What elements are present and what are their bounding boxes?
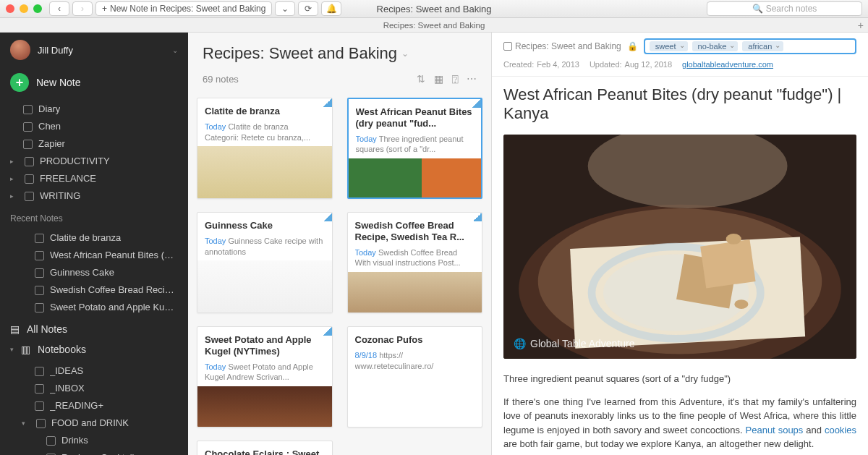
view-button[interactable]: ▦ [434,73,443,85]
search-placeholder: Search notes [766,4,817,14]
recent-note-item[interactable]: West African Peanut Bites (dry peanut ".… [0,247,188,264]
tab-bar: Recipes: Sweet and Baking + [0,18,868,33]
note-list-header: Recipes: Sweet and Baking ⌄ [188,33,491,69]
shortcut-freelance[interactable]: ▸FREELANCE [0,170,188,187]
notebooks-icon: ▥ [21,344,30,355]
note-icon [35,268,44,278]
search-icon: 🔍 [752,4,763,14]
note-icon [35,234,44,243]
new-note-label: New Note [36,77,80,88]
card-title: West African Peanut Bites (dry peanut "f… [356,106,475,129]
recent-notes-header: Recent Notes [0,208,188,226]
card-snippet: Today Clatite de branza Categorii: Retet… [205,122,325,142]
notebook-icon [25,157,34,166]
recent-note-item[interactable]: Guinness Cake [0,264,188,281]
notebook-cocktails[interactable]: Recipes: Cocktails [0,449,188,455]
note-title[interactable]: West African Peanut Bites (dry peanut "f… [492,77,868,129]
sidebar: Jill Duffy ⌄ + New Note Diary Chen Zapie… [0,33,188,455]
card-title: Guinness Cake [205,220,325,231]
note-icon [23,122,33,132]
new-tab-button[interactable]: + [858,20,864,31]
tags-field[interactable]: sweet no-bake african [644,38,856,54]
user-name: Jill Duffy [38,45,73,56]
search-input[interactable]: 🔍 Search notes [707,1,862,16]
notebook-reading[interactable]: _READING+ [0,397,188,414]
note-card[interactable]: Clatite de branzaToday Clatite de branza… [197,98,333,199]
chevron-right-icon: ▸ [10,190,17,203]
corner-badge [323,327,332,336]
svg-point-9 [734,299,748,309]
note-paragraph: If there's one thing I've learned from t… [503,395,856,451]
note-card[interactable]: Cozonac Pufos8/9/18 https:// www.retetec… [347,326,483,428]
note-body[interactable]: 🌐 Global Table Adventure Three ingredien… [492,129,868,455]
notes-icon: ▤ [10,323,20,335]
notebook-food[interactable]: ▾FOOD and DRINK [0,414,188,432]
notebook-icon [35,384,44,394]
notebook-inbox[interactable]: _INBOX [0,380,188,397]
maximize-window-button[interactable] [33,4,42,13]
minimize-window-button[interactable] [20,4,28,13]
note-card[interactable]: West African Peanut Bites (dry peanut "f… [347,98,483,199]
close-window-button[interactable] [6,4,14,13]
notifications-button[interactable]: 🔔 [321,1,341,16]
card-snippet: Today Swedish Coffee Bread With visual i… [355,247,475,268]
corner-badge [323,98,332,107]
recent-note-item[interactable]: Clatite de branza [0,229,188,247]
tag[interactable]: no-bake [692,41,739,51]
link[interactable]: cookies [825,425,856,435]
shortcut-diary[interactable]: Diary [0,101,188,118]
notebook-drinks[interactable]: Drinks [0,432,188,449]
card-thumbnail [197,146,332,198]
shortcut-productivity[interactable]: ▸PRODUCTIVITY [0,153,188,170]
card-snippet: Today Guinness Cake recipe with annotati… [205,236,325,256]
notebook-icon [25,174,34,184]
recent-note-item[interactable]: Sweet Potato and Apple Kugel (NYTimes) [0,299,188,316]
account-menu[interactable]: Jill Duffy ⌄ [0,33,188,67]
lock-icon[interactable]: 🔒 [627,41,638,51]
new-note-label: New Note in Recipes: Sweet and Baking [110,4,265,14]
note-cards-grid: Clatite de branzaToday Clatite de branza… [188,92,491,455]
plus-icon: + [102,4,107,14]
card-snippet: Today Three ingredient peanut squares (s… [356,134,475,154]
recent-notes-list: Clatite de branza West African Peanut Bi… [0,226,188,319]
source-link[interactable]: globaltableadventure.com [682,60,773,69]
note-detail-panel: Recipes: Sweet and Baking 🔒 sweet no-bak… [492,33,868,455]
note-card[interactable]: Chocolate Eclairs : Sweet Dreams : Food [197,441,333,455]
notebook-ideas[interactable]: _IDEAS [0,362,188,380]
note-list-tools: ⇅ ▦ ⍰ ⋯ [417,73,477,85]
note-card[interactable]: Swedish Coffee Bread Recipe, Swedish Tea… [347,212,483,313]
shortcut-writing[interactable]: ▸WRITING [0,187,188,205]
note-count: 69 notes [203,74,239,85]
notebook-icon [46,436,56,446]
new-note-dropdown[interactable]: ⌄ [275,1,295,16]
notebooks-button[interactable]: ▾ ▥ Notebooks [0,339,188,360]
chevron-down-icon: ⌄ [172,46,178,54]
shortcut-chen[interactable]: Chen [0,118,188,135]
all-notes-button[interactable]: ▤ All Notes [0,319,188,339]
notebook-breadcrumb[interactable]: Recipes: Sweet and Baking [503,41,621,51]
card-title: Chocolate Eclairs : Sweet Dreams : Food [205,448,325,455]
back-button[interactable]: ‹ [49,1,69,16]
note-card[interactable]: Sweet Potato and Apple Kugel (NYTimes)To… [197,326,333,428]
notebook-stack-icon [36,419,46,428]
new-note-sidebar-button[interactable]: + New Note [0,67,188,98]
recent-note-item[interactable]: Swedish Coffee Bread Recipe, Swedish... [0,281,188,299]
window-controls [6,4,42,13]
more-button[interactable]: ⋯ [467,73,477,85]
tag[interactable]: african [742,41,783,51]
sync-button[interactable]: ⟳ [298,1,318,16]
share-button[interactable]: ⍰ [452,73,458,85]
tag[interactable]: sweet [650,41,688,51]
shortcut-zapier[interactable]: Zapier [0,135,188,153]
forward-button[interactable]: › [72,1,93,16]
note-card[interactable]: Guinness CakeToday Guinness Cake recipe … [197,212,333,313]
watermark: 🌐 Global Table Adventure [514,336,635,352]
notebook-icon [35,367,44,376]
new-note-button[interactable]: + New Note in Recipes: Sweet and Baking [95,1,272,16]
note-icon [35,251,44,260]
notebook-title[interactable]: Recipes: Sweet and Baking ⌄ [203,44,477,63]
sort-button[interactable]: ⇅ [417,73,425,85]
link[interactable]: Peanut soups [746,425,804,435]
tab-label[interactable]: Recipes: Sweet and Baking [383,21,485,30]
note-metadata: Created: Feb 4, 2013 Updated: Aug 12, 20… [492,57,868,77]
